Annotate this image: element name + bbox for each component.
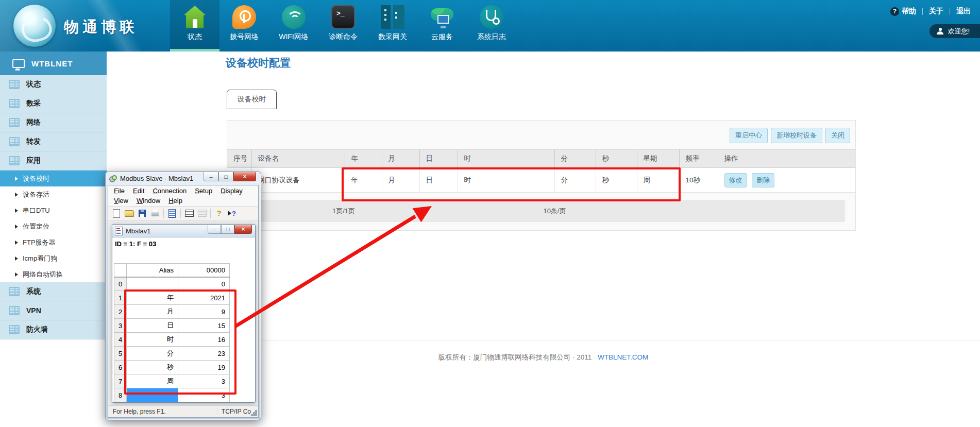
- toolbar-button[interactable]: [149, 208, 161, 218]
- help-link[interactable]: ? 帮助: [890, 7, 916, 16]
- row-number: 8: [114, 388, 127, 402]
- sidebar-submenu-label: 设备存活: [23, 190, 49, 199]
- alias-cell[interactable]: 日: [127, 319, 178, 333]
- close-button[interactable]: 关闭: [825, 128, 850, 143]
- sidebar-group-item[interactable]: 数采: [0, 94, 107, 113]
- column-header: 星期: [637, 150, 679, 168]
- menu-item[interactable]: Display: [216, 186, 247, 196]
- alias-cell[interactable]: 分: [127, 347, 178, 361]
- toolbar-button[interactable]: [124, 208, 135, 218]
- sidebar-group-item[interactable]: 网络: [0, 113, 107, 132]
- menu-item[interactable]: Edit: [129, 186, 148, 196]
- nav-item[interactable]: 数采网关: [368, 0, 417, 52]
- maximize-button[interactable]: □: [218, 172, 233, 181]
- alias-cell[interactable]: [127, 388, 178, 402]
- column-header: 秒: [596, 150, 637, 168]
- value-cell[interactable]: 3: [178, 374, 230, 388]
- toolbar-button[interactable]: [213, 208, 225, 218]
- menu-item[interactable]: Connection: [148, 186, 191, 196]
- sidebar-submenu-item[interactable]: 设备存活: [0, 186, 107, 202]
- toolbar-button[interactable]: [137, 208, 148, 218]
- sidebar-group-item[interactable]: 应用: [0, 151, 107, 170]
- modbus-slave-window[interactable]: Modbus Slave - Mbslav1 – □ × FileEditCon…: [105, 172, 261, 420]
- mbslav1-child-window[interactable]: Mbslav1 – □ × ID = 1: F = 03 Alias: [112, 224, 256, 403]
- close-window-button[interactable]: ×: [233, 172, 256, 181]
- alias-cell[interactable]: 周: [127, 374, 178, 388]
- restart-center-button[interactable]: 重启中心: [730, 128, 768, 143]
- sidebar-group-item[interactable]: 系统: [0, 282, 107, 301]
- sidebar-submenu-item[interactable]: 设备校时: [0, 170, 107, 186]
- column-header: 序号: [227, 150, 251, 168]
- cell-actions: 修改 删除: [718, 168, 855, 193]
- nav-item[interactable]: 拨号网络: [219, 0, 269, 52]
- column-header: 月: [382, 150, 419, 168]
- panel-buttons: 重启中心 新增校时设备 关闭: [227, 121, 855, 149]
- menu-item[interactable]: Setup: [191, 186, 216, 196]
- page-indicator: 1页/1页: [332, 207, 355, 216]
- nav-item[interactable]: 云服务: [417, 0, 467, 52]
- logout-link[interactable]: 退出: [956, 7, 971, 16]
- config-panel: 重启中心 新增校时设备 关闭 序号设备名年月日时分秒星期频率操作: [227, 120, 856, 231]
- nav-item[interactable]: 诊断命令: [318, 0, 368, 52]
- sidebar-group-item[interactable]: 状态: [0, 75, 107, 94]
- home-icon: [183, 5, 207, 29]
- arrow-right-icon: [15, 257, 18, 261]
- sidebar-group-item[interactable]: 防火墙: [0, 320, 107, 339]
- sidebar-group-item[interactable]: VPN: [0, 301, 107, 320]
- value-cell[interactable]: 0: [178, 277, 230, 291]
- nav-item[interactable]: 状态: [170, 0, 219, 52]
- child-close-button[interactable]: ×: [234, 225, 252, 234]
- modbus-app-icon: [109, 175, 117, 182]
- value-cell[interactable]: 3: [178, 388, 230, 402]
- resize-grip-icon[interactable]: [255, 410, 257, 412]
- alias-cell[interactable]: [127, 277, 178, 291]
- divider: [922, 8, 923, 15]
- value-cell[interactable]: 16: [178, 333, 230, 347]
- toolbar-button[interactable]: [183, 208, 195, 218]
- minimize-button[interactable]: –: [204, 172, 218, 181]
- logo-globe-icon: [13, 5, 56, 47]
- footer-link[interactable]: WTBLNET.COM: [598, 353, 648, 361]
- value-cell[interactable]: 23: [178, 347, 230, 361]
- alias-cell[interactable]: 年: [127, 291, 178, 305]
- sidebar-submenu-item[interactable]: 串口DTU: [0, 202, 107, 218]
- toolbar-button[interactable]: [166, 208, 178, 218]
- child-maximize-button[interactable]: □: [221, 225, 234, 234]
- tab-device-timing[interactable]: 设备校时: [227, 90, 277, 109]
- menu-item[interactable]: Window: [132, 196, 164, 206]
- menu-item[interactable]: View: [110, 196, 132, 206]
- sidebar-submenu-item[interactable]: 网络自动切换: [0, 266, 107, 282]
- nav-item[interactable]: WIFI网络: [269, 0, 318, 52]
- alias-cell[interactable]: 时: [127, 333, 178, 347]
- about-link[interactable]: 关于: [929, 7, 943, 16]
- sidebar-submenu-item[interactable]: FTP服务器: [0, 234, 107, 250]
- add-timing-device-button[interactable]: 新增校时设备: [771, 128, 822, 143]
- menu-item[interactable]: File: [110, 186, 129, 196]
- cell-minute: 分: [554, 168, 596, 193]
- child-window-controls: – □ ×: [208, 225, 252, 234]
- alias-cell[interactable]: 秒: [127, 361, 178, 374]
- child-minimize-button[interactable]: –: [208, 225, 221, 234]
- delete-button[interactable]: 删除: [752, 173, 774, 187]
- alias-cell[interactable]: 月: [127, 305, 178, 319]
- sidebar-submenu-label: FTP服务器: [23, 238, 56, 247]
- register-row: 5 分 23: [114, 347, 230, 361]
- sidebar-submenu-item[interactable]: 位置定位: [0, 218, 107, 234]
- value-cell[interactable]: 15: [178, 319, 230, 333]
- toolbar-button[interactable]: [196, 208, 208, 218]
- toolbar-button[interactable]: [111, 208, 122, 218]
- nav-item[interactable]: 系统日志: [467, 0, 516, 52]
- grid-header-row: Alias 00000: [114, 264, 230, 277]
- value-cell[interactable]: 2021: [178, 291, 230, 305]
- value-cell[interactable]: 19: [178, 361, 230, 374]
- menu-item[interactable]: Help: [164, 196, 187, 206]
- dial-network-icon: [232, 5, 256, 29]
- sidebar-submenu: 设备校时 设备存活 串口DTU 位置定位: [0, 170, 107, 282]
- sidebar-group-item[interactable]: 转发: [0, 132, 107, 151]
- top-header: 物通博联 状态 拨号网络 WIFI网络: [0, 0, 980, 52]
- sidebar-submenu-item[interactable]: Icmp看门狗: [0, 250, 107, 266]
- per-page-indicator: 10条/页: [543, 207, 566, 216]
- value-cell[interactable]: 9: [178, 305, 230, 319]
- edit-button[interactable]: 修改: [724, 173, 747, 187]
- toolbar-button[interactable]: [226, 208, 238, 218]
